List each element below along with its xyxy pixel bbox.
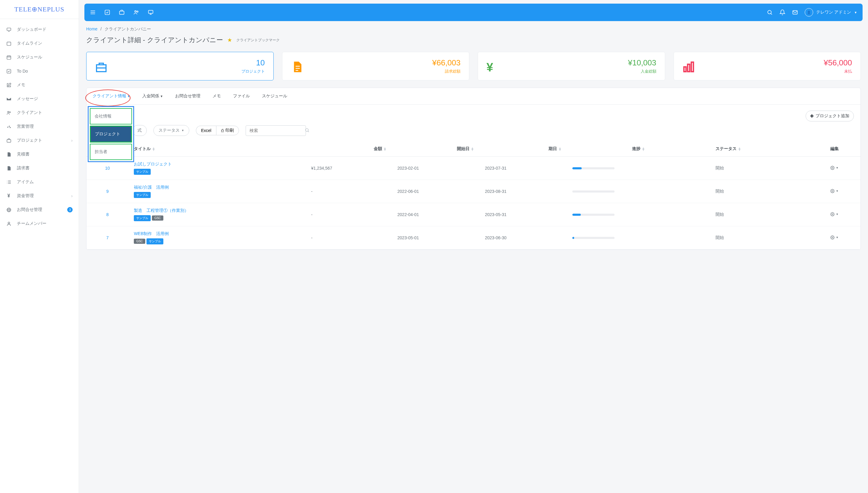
main: 👤 テレワン アドミン ▼ Home / クライアントカンパニー クライアント詳…	[79, 0, 868, 493]
user-menu[interactable]: 👤 テレワン アドミン ▼	[805, 8, 857, 17]
sort-icon: ▲▼	[471, 147, 474, 151]
table-header[interactable]: 進捗▲▼	[567, 141, 710, 157]
status-cell: 開始	[710, 203, 808, 226]
calendar-line-icon	[6, 41, 12, 46]
progress-bar	[572, 167, 614, 169]
action-menu[interactable]: ▼	[830, 166, 839, 170]
briefcase-icon[interactable]	[119, 9, 125, 15]
sidebar-item-14[interactable]: チームメンバー	[0, 217, 79, 231]
title-link[interactable]: 製造 工程管理①（作業別）	[134, 208, 300, 213]
tab-2[interactable]: お問合せ管理	[169, 88, 207, 104]
svg-point-10	[7, 127, 8, 128]
monitor-icon[interactable]	[148, 9, 154, 15]
progress-cell	[567, 203, 710, 226]
dropdown-item-1[interactable]: プロジェクト	[90, 126, 132, 143]
search-box[interactable]	[246, 125, 306, 136]
print-button[interactable]: ⎙ 印刷	[216, 126, 239, 135]
svg-point-49	[832, 214, 833, 215]
svg-line-35	[771, 13, 772, 15]
page-title: クライアント詳細 - クライアントカンパニー	[86, 36, 223, 45]
svg-point-29	[135, 10, 136, 12]
format-select[interactable]: 式	[132, 125, 147, 136]
svg-point-23	[8, 222, 9, 223]
sidebar-item-5[interactable]: メッセージ	[0, 92, 79, 106]
action-menu[interactable]: ▼	[830, 189, 839, 193]
title-link[interactable]: お試しプロジェクト	[134, 162, 300, 167]
stat-label: 請求総額	[308, 69, 461, 74]
add-project-button[interactable]: ✚ プロジェクト追加	[806, 111, 854, 122]
sidebar-item-label: タイムライン	[17, 41, 42, 46]
stat-card-1[interactable]: ¥66,003請求総額	[282, 52, 470, 81]
table-header[interactable]: 期日▲▼	[479, 141, 567, 157]
sidebar-item-label: To Do	[17, 69, 28, 73]
action-menu[interactable]: ▼	[830, 235, 839, 240]
sidebar-item-6[interactable]: クライアント	[0, 106, 79, 120]
id-cell[interactable]: 9	[87, 180, 128, 203]
id-cell[interactable]: 8	[87, 203, 128, 226]
tag: GSC	[134, 239, 145, 244]
calendar-icon	[6, 55, 12, 60]
excel-button[interactable]: Excel	[196, 126, 216, 135]
search-input[interactable]	[249, 128, 302, 133]
stat-label: 未払	[700, 69, 852, 74]
stat-card-2[interactable]: ¥¥10,003入金総額	[478, 52, 665, 81]
file-icon	[6, 166, 12, 171]
sidebar-item-9[interactable]: 見積書	[0, 147, 79, 161]
table-header[interactable]: 編集	[808, 141, 861, 157]
envelope-icon[interactable]	[792, 9, 798, 15]
action-cell: ▼	[808, 180, 861, 203]
sidebar-item-7[interactable]: 営業管理	[0, 120, 79, 133]
table-header[interactable]: タイトル▲▼	[128, 141, 306, 157]
start-cell: 2023-02-01	[392, 157, 479, 180]
sidebar-item-label: スケジュール	[17, 55, 42, 60]
stat-card-3[interactable]: ¥56,000未払	[674, 52, 861, 81]
status-select[interactable]: ステータス ▼	[153, 125, 189, 136]
avatar: 👤	[805, 8, 813, 17]
sidebar-item-10[interactable]: 請求書	[0, 161, 79, 175]
breadcrumb-home[interactable]: Home	[86, 26, 97, 31]
tag: サンプル	[134, 215, 151, 221]
sidebar-item-2[interactable]: スケジュール	[0, 50, 79, 64]
menu-icon[interactable]	[90, 9, 96, 15]
sidebar-item-13[interactable]: お問合せ管理3	[0, 203, 79, 217]
sidebar-item-8[interactable]: プロジェクト›	[0, 133, 79, 147]
sidebar-item-0[interactable]: ダッシュボード	[0, 23, 79, 37]
title-link[interactable]: WEB制作 活用例	[134, 231, 300, 237]
tab-5[interactable]: スケジュール	[256, 88, 293, 104]
id-cell[interactable]: 7	[87, 226, 128, 250]
dropdown-item-0[interactable]: 会社情報	[90, 108, 132, 125]
logo[interactable]: TELE⊕NEPLUS	[0, 0, 79, 19]
action-cell: ▼	[808, 157, 861, 180]
print-icon: ⎙	[221, 128, 224, 133]
tag: サンプル	[134, 169, 151, 175]
tab-0[interactable]: クライアント情報▼	[87, 88, 136, 104]
sort-icon: ▲▼	[642, 147, 645, 151]
search-icon[interactable]	[767, 9, 773, 15]
svg-rect-44	[691, 62, 693, 72]
action-menu[interactable]: ▼	[830, 212, 839, 216]
check-icon[interactable]	[104, 9, 110, 15]
stat-card-0[interactable]: 10プロジェクト	[86, 52, 274, 81]
tab-3[interactable]: メモ	[207, 88, 227, 104]
table-header[interactable]: 開始日▲▼	[392, 141, 479, 157]
users-icon[interactable]	[133, 9, 139, 15]
table-header[interactable]: 金額▲▼	[306, 141, 392, 157]
list-icon	[6, 179, 12, 185]
tab-4[interactable]: ファイル	[227, 88, 256, 104]
toolbar: ✚ プロジェクト追加	[87, 105, 861, 124]
title-link[interactable]: 福祉/介護 活用例	[134, 185, 300, 190]
svg-rect-40	[295, 68, 300, 69]
sidebar-item-12[interactable]: ¥資金管理›	[0, 189, 79, 203]
bell-icon[interactable]	[779, 9, 785, 15]
star-icon[interactable]: ★	[227, 37, 232, 43]
due-cell: 2023-07-31	[479, 157, 567, 180]
dropdown-item-2[interactable]: 担当者	[90, 144, 132, 160]
svg-point-11	[9, 126, 10, 127]
table-header[interactable]: ステータス▲▼	[710, 141, 808, 157]
sidebar-item-1[interactable]: タイムライン	[0, 37, 79, 50]
sidebar-item-11[interactable]: アイテム	[0, 175, 79, 189]
start-cell: 2022-06-01	[392, 180, 479, 203]
sidebar-item-4[interactable]: メモ	[0, 78, 79, 92]
sidebar-item-3[interactable]: To Do	[0, 64, 79, 78]
tab-1[interactable]: 入金関係▼	[136, 88, 169, 104]
